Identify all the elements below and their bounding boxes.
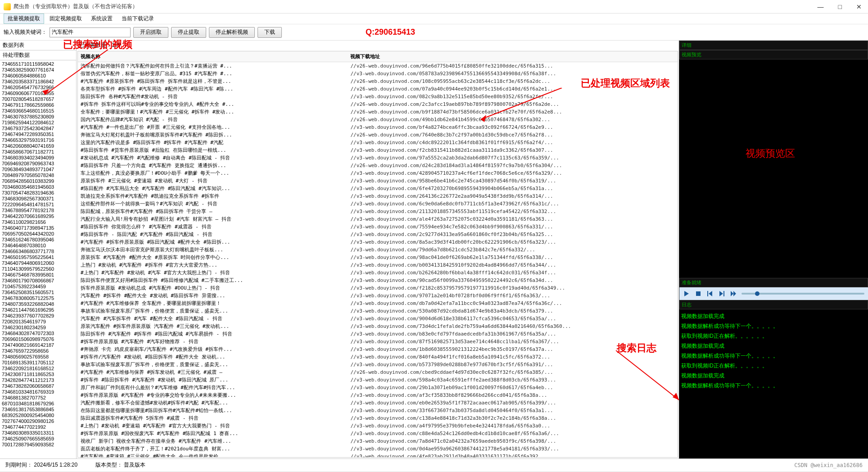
list-item[interactable]: 7069570502644342020: [2, 231, 74, 237]
id-list[interactable]: 7346551710115958042734653825900776167473…: [0, 60, 76, 458]
menu-download-log[interactable]: 当前下载记录: [118, 14, 158, 23]
list-item[interactable]: 7346774477021992: [2, 424, 74, 430]
stop-icon[interactable]: [695, 290, 702, 297]
table-row[interactable]: #汽车配件 #汽车维修与保养 #拆车发动机 #三元催化 #减震 —//v26-w…: [78, 368, 678, 376]
menu-settings[interactable]: 系统设置: [87, 14, 116, 23]
list-item[interactable]: 7001728879459093582: [2, 442, 74, 448]
start-button[interactable]: 开启抓取: [133, 27, 168, 38]
table-row[interactable]: 这些配件部件坏一个就得换一套吗？#汽车知识 #汽配 - 抖音//v3-web.d…: [78, 200, 678, 208]
list-item[interactable]: 7346538259007761674: [2, 67, 74, 73]
list-item[interactable]: 7346205454776732966: [2, 85, 74, 91]
table-row[interactable]: 原厂件和副厂件到底有什么差别？#汽车维修 #配件汽车#抖音汽车...//v3-w…: [78, 384, 678, 391]
table-row[interactable]: #拆车件 #陈田拆车件 #汽车配件 #发动机 #陈田汽配城 原厂...//v3-…: [78, 376, 678, 384]
list-item[interactable]: 7346516246780395046: [2, 237, 74, 243]
table-row[interactable]: 陈田拆车件便宜又好用#陈田拆车件 #陈田维修汽配城 #二手车搬迁工...//v3…: [78, 277, 678, 284]
list-item[interactable]: 7346211447661696295: [2, 307, 74, 313]
col-video-name[interactable]: 视频名称: [78, 51, 348, 62]
list-item[interactable]: 7096384934893771047: [2, 167, 74, 172]
table-row[interactable]: 面店老板的老车配件终于齐了，开工！#2021dou年度盘典 财富...//v3-…: [78, 445, 678, 453]
list-item[interactable]: 7084897970585078248: [2, 172, 74, 178]
table-row[interactable]: 事故车试验车报废车原厂拆车件，价格便宜，质量保证，盛卖无...//v3-web.…: [78, 307, 678, 315]
table-row[interactable]: #奔驰原 卡壳 鸡皮皮塞刷车/汽车配件 #汽改换爱升级 #拆车件...//v3-…: [78, 345, 678, 353]
list-item[interactable]: 7346422070661689295: [2, 213, 74, 219]
menu-fixed-extract[interactable]: 固定视频提取: [46, 14, 86, 23]
table-row[interactable]: 在陈田这里都是指哪里拆哪里#陈田拆车件#汽车配件#铅怕一条线...//v3-we…: [78, 407, 678, 414]
table-row[interactable]: 陈田减震器拆车件#汽车配件 5拆车件 #减震 - 抖音//v3-web.douy…: [78, 414, 678, 422]
table-row[interactable]: #上热门 #发动机 #变速箱 #汽车配件 #官方大大我要热门 - 抖音//v3-…: [78, 422, 678, 430]
list-item[interactable]: 7346663486803771778: [2, 249, 74, 254]
list-item[interactable]: 7346464887038010: [2, 243, 74, 249]
table-row[interactable]: #陈田配件 #汽车用品大全 #汽车配件 #陈田汽配城 #汽车知识...//v3-…: [78, 185, 678, 192]
table-row[interactable]: 事故车试验车报废车原厂拆车件，价格便宜，质量保证，盛卖无...//v3-web.…: [78, 361, 678, 368]
table-row[interactable]: 假冒伪劣汽车配件，标签一贴秒变原厂出品。#315 #汽车配件 #...//v3-…: [78, 70, 678, 77]
table-row[interactable]: 车上这些配件，真没必要换原厂！#DOU小助手 #鹏爹 每天一个...//v3-w…: [78, 169, 678, 177]
list-item[interactable]: 7346913817653886845: [2, 407, 74, 413]
table-row[interactable]: #陈田拆车件 你觉得怎么样？ #汽车配件 #减震器 - 抖音//v3-web.d…: [78, 223, 678, 231]
forward-icon[interactable]: [730, 290, 737, 297]
table-row[interactable]: #汽车配件 #一件也是出厂价 #开票 #三元催化 #支持全国各地...//v3-…: [78, 123, 678, 131]
table-row[interactable]: 陈田拆车件 各种#汽车配件#发动机 - 抖音//v3-web.douyinvod…: [78, 93, 678, 100]
list-item[interactable]: 7342828477411212173: [2, 377, 74, 383]
list-item[interactable]: 7346060584886610: [2, 73, 74, 79]
list-item[interactable]: 7364525083515605571: [2, 290, 74, 295]
list-item[interactable]: 7346830982567300371: [2, 196, 74, 202]
list-item[interactable]: 7346783080057122575: [2, 295, 74, 301]
list-item[interactable]: 7346220921816168512: [2, 366, 74, 372]
table-row[interactable]: 汽车配件 #汽车拆车件 #汽车 #配件大全 #陈田汽配城 - 抖音//v3-we…: [78, 315, 678, 322]
list-item[interactable]: 7007028054518287657: [2, 96, 74, 102]
list-item[interactable]: 73480569025769558: [2, 354, 74, 360]
table-row[interactable]: #汽车配件 #变速箱 #三元催化 #配件大全 今一件也是批发价...//v3-w…: [78, 453, 678, 458]
list-item[interactable]: 7104575392234459: [2, 284, 74, 290]
list-item[interactable]: 7307054748283194636: [2, 190, 74, 196]
list-item[interactable]: 7347490821669142187: [2, 342, 74, 348]
table-row[interactable]: 汽车配件如何做抖音？汽车配件如何在抖音上引流？#直播运营 #...//v26-w…: [78, 62, 678, 70]
minimize-button[interactable]: —: [815, 2, 827, 11]
keyword-input[interactable]: [50, 27, 131, 37]
list-item[interactable]: 7346206088040741659: [2, 143, 74, 149]
menu-batch-extract[interactable]: 批量视频提取: [4, 14, 44, 24]
table-row[interactable]: 各类车型拆车件 #拆车件 #汽车周边 #配件汽车 #陈田汽车 #陈...//v2…: [78, 85, 678, 93]
list-item[interactable]: 7346307837885230809: [2, 114, 74, 120]
play-icon[interactable]: [683, 290, 690, 297]
table-row[interactable]: #陈田拆车件 #货车件原装原版 #后险杠 在陈田哪怕是一根线...//v3-we…: [78, 146, 678, 154]
list-item[interactable]: 73467659722958656: [2, 348, 74, 354]
list-item[interactable]: 7346239377607702829: [2, 313, 74, 319]
table-row[interactable]: #陈田拆车件 只差一个方向盘 #汽车配件 更换指定 通通拆拆...//v26-w…: [78, 162, 678, 169]
list-item[interactable]: 7346749472289350351: [2, 132, 74, 137]
table-row[interactable]: 凯迪拉克全系拆车件#汽车配件 #凯迪拉克全系拆车件 #拆车件//v3-web.d…: [78, 192, 678, 200]
list-item[interactable]: 7346250907665585659: [2, 436, 74, 442]
list-item[interactable]: 7069469208790963743: [2, 161, 74, 167]
list-item[interactable]: 7346791178662559866: [2, 102, 74, 108]
list-item[interactable]: 7346586670671182771: [2, 149, 74, 155]
table-row[interactable]: 上热门 #发动机 #汽车配件 #拆车件 #官方大大官爱方热...//v3-web…: [78, 261, 678, 269]
table-row[interactable]: 全车配件；要哪里拆哪里！#汽车配件 #三元催化 #拆车件 #发动...//v26…: [78, 108, 678, 116]
table-row[interactable]: 陈田拆车件 #汽车配件 #拆车件 #陈田汽配城 #汽车易损件 - 抖音//v3-…: [78, 330, 678, 338]
list-item[interactable]: 7346803089335013311: [2, 430, 74, 436]
table-row[interactable]: #发动机总成 #汽车配件 #汽配维修 #自动离合 #陈田配城 - 抖音//v3-…: [78, 154, 678, 162]
table-row[interactable]: #拆车件原装原版 #汽车配件 #专业的事交给专业的人#来来来要搬...//v3-…: [78, 391, 678, 399]
list-item[interactable]: 7110413099579522560: [2, 266, 74, 272]
table-row[interactable]: #汽车配件 #拆车件原装原版 #陈田汽配城 #配件大全 #陈田拆...//v3-…: [78, 238, 678, 246]
list-item[interactable]: 7034680354681945603: [2, 184, 74, 190]
table-row[interactable]: #陈田拆车件 - 陈田汽配 #汽车配件 #陈田汽配城 - 抖音//v3-web.…: [78, 231, 678, 238]
table-row[interactable]: 原装拆车件 #三元催化 #变速箱 #发动机 #大灯 - 抖音//v3-web.d…: [78, 177, 678, 185]
list-item[interactable]: 7346843028747072303: [2, 331, 74, 336]
list-item[interactable]: 7346407944806912060: [2, 260, 74, 266]
table-row[interactable]: 视收厂 新学门 视收全车配件存在接单业务 #汽车配件 #汽车维...//v3-w…: [78, 437, 678, 445]
table-row[interactable]: 这里的汽车配件说是多 #陈田拆车件 #拆车件 #汽车配件 #汽配//v3-web…: [78, 139, 678, 146]
table-row[interactable]: #拆车件 拆车件这样可以吗#专业的事交给专业的人 #配件大全 #...//v26…: [78, 100, 678, 108]
list-item[interactable]: 7346230180234259: [2, 325, 74, 331]
table-row[interactable]: #上热门 #汽车配件 #发动机 #汽车 #官方大大我想上热门 - 抖音//v3-…: [78, 269, 678, 277]
list-item[interactable]: 7208201354619779: [2, 319, 74, 325]
list-item[interactable]: 7348073593226882048: [2, 301, 74, 307]
list-item[interactable]: 7346788954778192178: [2, 208, 74, 213]
list-item[interactable]: 6870103481818679296: [2, 401, 74, 407]
list-item[interactable]: 7346801790708066867: [2, 278, 74, 284]
list-item[interactable]: 7346203583371186842: [2, 79, 74, 85]
maximize-button[interactable]: □: [836, 2, 845, 11]
list-item[interactable]: 7346810334816769319: [2, 389, 74, 395]
table-row[interactable]: 原装汽车配件 #拆车件原装原版 汽车配件 #三元催化 #发动机...//v3-w…: [78, 322, 678, 330]
table-row[interactable]: 原装拆车 #汽车配件 #配件大全 #原装拆车 时间创作分享中心...//v3-w…: [78, 254, 678, 261]
close-button[interactable]: ✕: [854, 2, 864, 11]
table-row[interactable]: 汽配件搬新看，修车不会留遗憾#发动机#拆车件#汽配 #汽车配...//v3-we…: [78, 399, 678, 407]
